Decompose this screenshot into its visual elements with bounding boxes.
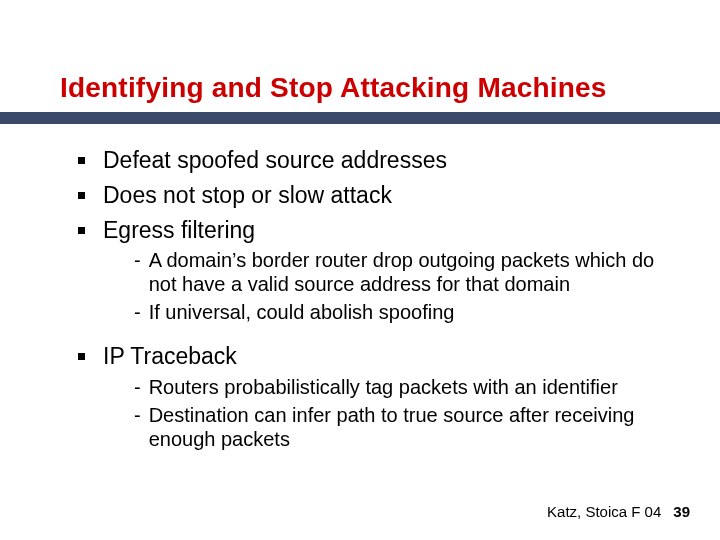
subbullet-text: Destination can infer path to true sourc… bbox=[149, 403, 660, 451]
subbullet-text: Routers probabilistically tag packets wi… bbox=[149, 375, 618, 399]
dash-bullet-icon: - bbox=[134, 375, 141, 399]
list-item: IP Traceback bbox=[78, 342, 660, 371]
slide-title: Identifying and Stop Attacking Machines bbox=[60, 72, 680, 104]
list-subitem: - Routers probabilistically tag packets … bbox=[134, 375, 660, 399]
bullet-text: Does not stop or slow attack bbox=[103, 181, 392, 210]
page-number: 39 bbox=[673, 503, 690, 520]
title-underline bbox=[0, 112, 720, 124]
dash-bullet-icon: - bbox=[134, 403, 141, 427]
list-subitem: - Destination can infer path to true sou… bbox=[134, 403, 660, 451]
subbullet-text: A domain’s border router drop outgoing p… bbox=[149, 248, 660, 296]
slide-body: Defeat spoofed source addresses Does not… bbox=[78, 140, 660, 451]
square-bullet-icon bbox=[78, 353, 85, 360]
bullet-text: Egress filtering bbox=[103, 216, 255, 245]
footer-credit: Katz, Stoica F 04 bbox=[547, 503, 661, 520]
square-bullet-icon bbox=[78, 192, 85, 199]
dash-bullet-icon: - bbox=[134, 300, 141, 324]
list-subitem: - A domain’s border router drop outgoing… bbox=[134, 248, 660, 296]
dash-bullet-icon: - bbox=[134, 248, 141, 272]
list-subitem: - If universal, could abolish spoofing bbox=[134, 300, 660, 324]
list-item: Does not stop or slow attack bbox=[78, 181, 660, 210]
list-item: Defeat spoofed source addresses bbox=[78, 146, 660, 175]
slide: Identifying and Stop Attacking Machines … bbox=[0, 0, 720, 540]
bullet-text: IP Traceback bbox=[103, 342, 237, 371]
bullet-text: Defeat spoofed source addresses bbox=[103, 146, 447, 175]
square-bullet-icon bbox=[78, 157, 85, 164]
square-bullet-icon bbox=[78, 227, 85, 234]
spacer bbox=[78, 324, 660, 336]
subbullet-text: If universal, could abolish spoofing bbox=[149, 300, 455, 324]
list-item: Egress filtering bbox=[78, 216, 660, 245]
footer: Katz, Stoica F 04 39 bbox=[547, 503, 690, 520]
